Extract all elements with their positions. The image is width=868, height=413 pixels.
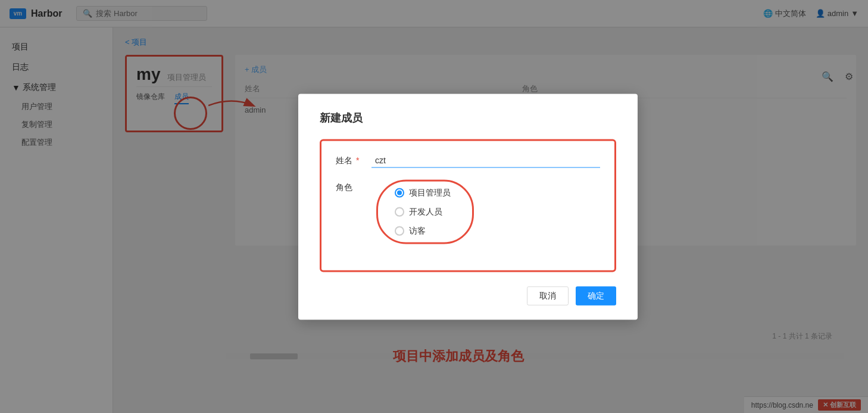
modal-title: 新建成员 [320,110,616,125]
radio-circle-guest [395,226,404,235]
name-input[interactable] [371,153,600,167]
role-option-project-manager[interactable]: 项目管理员 [395,187,451,198]
confirm-button[interactable]: 确定 [576,286,616,305]
role-option-developer[interactable]: 开发人员 [395,206,451,217]
radio-dot-manager [397,190,402,195]
modal-form-body: 姓名 * 角色 项目管理员 [320,139,616,272]
radio-circle-manager [395,188,404,197]
name-input-wrap [371,153,600,167]
role-label: 角色 [336,179,371,192]
modal-footer: 取消 确定 [320,286,616,305]
role-option-guest[interactable]: 访客 [395,225,451,236]
name-form-row: 姓名 * [336,153,600,167]
role-radio-oval: 项目管理员 开发人员 访客 [376,179,474,244]
new-member-modal: 新建成员 姓名 * 角色 项目管理员 [298,94,638,319]
role-label-guest: 访客 [409,225,426,236]
role-form-row: 角色 项目管理员 开发人员 [336,179,600,244]
role-label-manager: 项目管理员 [409,187,451,198]
required-star: * [356,155,359,164]
cancel-button[interactable]: 取消 [527,286,569,305]
role-label-developer: 开发人员 [409,206,442,217]
name-label: 姓名 * [336,153,371,166]
role-group-wrap: 项目管理员 开发人员 访客 [371,179,600,244]
radio-circle-developer [395,207,404,216]
